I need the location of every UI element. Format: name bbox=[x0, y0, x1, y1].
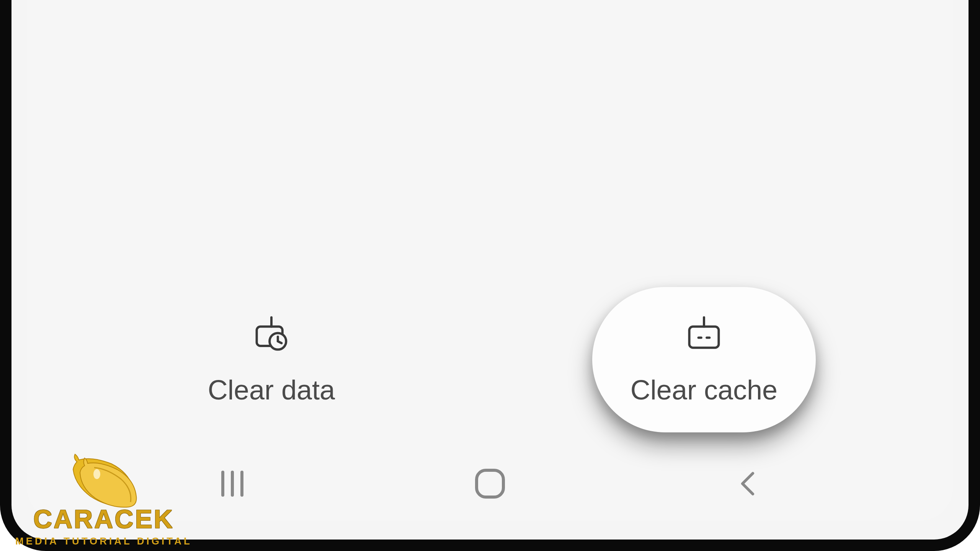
watermark-logo: CARACEK MEDIA TUTORIAL DIGITAL bbox=[15, 447, 192, 547]
broom-data-icon bbox=[248, 314, 294, 360]
storage-actions-row: Clear data Clear cache bbox=[27, 272, 953, 455]
clear-data-label: Clear data bbox=[208, 374, 335, 406]
watermark-tagline: MEDIA TUTORIAL DIGITAL bbox=[15, 535, 192, 547]
recents-icon bbox=[211, 468, 253, 499]
empty-area bbox=[27, 0, 953, 272]
broom-cache-icon bbox=[681, 314, 727, 360]
nav-back-button[interactable] bbox=[721, 465, 774, 503]
clear-cache-button[interactable]: Clear cache bbox=[592, 287, 816, 432]
watermark-brand: CARACEK bbox=[33, 504, 174, 534]
home-icon bbox=[471, 465, 509, 503]
back-icon bbox=[730, 466, 765, 501]
nav-home-button[interactable] bbox=[463, 465, 517, 503]
clear-cache-label: Clear cache bbox=[630, 374, 777, 406]
svg-rect-8 bbox=[477, 470, 503, 497]
screen-content: Clear data Clear cache bbox=[27, 0, 953, 521]
svg-point-9 bbox=[93, 469, 100, 479]
clear-data-button[interactable]: Clear data bbox=[164, 287, 379, 432]
svg-rect-2 bbox=[689, 327, 719, 348]
nav-recents-button[interactable] bbox=[206, 465, 259, 503]
